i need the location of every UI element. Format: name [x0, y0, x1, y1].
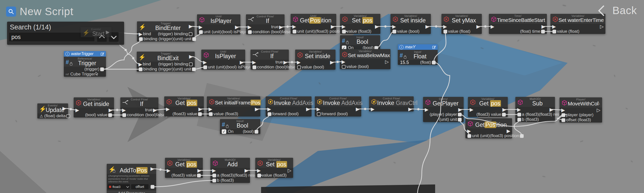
- node-header[interactable]: Variables/Set inside: [390, 14, 431, 24]
- node-header[interactable]: Variables/Set yMax: [441, 14, 482, 24]
- node-setinside2[interactable]: Variables/Set inside▶▶value (bool): [295, 50, 335, 70]
- node-isplayer2[interactable]: Unit/IsPlayer▶▶unit (unit)(bool) isPlaye…: [201, 50, 245, 70]
- data-in-port[interactable]: [257, 174, 261, 177]
- data-in-port[interactable]: [199, 30, 203, 34]
- add-parameter-button[interactable]: Add Parameter: [107, 190, 156, 193]
- node-floatmaxy[interactable]: imaxY#Input/Float15.5(float): [398, 44, 438, 65]
- exec-in-port[interactable]: ▶: [467, 129, 471, 133]
- node-setpos1[interactable]: Variables/Set pos▶▶value (float3): [340, 14, 380, 34]
- data-in-port[interactable]: [393, 30, 396, 33]
- bool-checkbox[interactable]: ✓: [222, 129, 226, 134]
- data-out-port[interactable]: [151, 185, 154, 189]
- node-invgc[interactable]: ⚡Control Flow/Invoke GravCtrl▶▶: [369, 96, 414, 111]
- exec-out-port[interactable]: ▷: [288, 168, 291, 173]
- node-if2[interactable]: Control Flow/If▶true▶condition (bool)fal…: [250, 50, 289, 70]
- node-bool1[interactable]: #Input/Bool✓On(bool): [340, 35, 380, 50]
- data-in-port[interactable]: [248, 30, 252, 34]
- exec-out-port[interactable]: ▶: [279, 25, 283, 29]
- node-header[interactable]: Unit/IsPlayer: [197, 14, 240, 24]
- data-in-port[interactable]: [297, 65, 301, 69]
- exec-out-port[interactable]: ▶: [458, 107, 462, 112]
- exec-out-port[interactable]: ▶: [189, 24, 192, 29]
- node-header[interactable]: Variables/Get pos: [164, 96, 204, 106]
- node-header[interactable]: ⚡Trigger/BindExit▶: [137, 52, 195, 62]
- data-in-port[interactable]: [203, 65, 207, 69]
- node-tsbs[interactable]: Time/TimeSinceBattleStart▶▶(float) time: [489, 14, 547, 34]
- node-setifp[interactable]: Variables/Set initialFramePos▶▶value (fl…: [207, 96, 260, 117]
- node-invaa1[interactable]: ⚡Control Flow/Invoke AddAxis▶▶forward (b…: [266, 96, 312, 117]
- node-trigger[interactable]: iwaterTrigger#Reference/Trigger(trigger)…: [64, 51, 106, 77]
- data-in-port[interactable]: [517, 118, 521, 122]
- value-field[interactable]: 15.5: [400, 60, 409, 65]
- node-header[interactable]: #Input/Float: [398, 50, 438, 60]
- data-in-port[interactable]: [139, 37, 143, 41]
- node-note-header[interactable]: imaxY: [398, 44, 438, 50]
- exec-out-port[interactable]: ▶: [408, 107, 412, 111]
- node-sub[interactable]: Math3D/Sub▶▶a (float3)(float3) resultb (…: [515, 97, 555, 122]
- exec-in-port[interactable]: ▶: [470, 107, 473, 112]
- exec-in-port[interactable]: ▶: [167, 168, 171, 173]
- exec-in-port[interactable]: ▶: [248, 25, 251, 29]
- node-add[interactable]: Math3D/Add▶▶a (float3)(float3) resultb (…: [210, 158, 250, 183]
- exec-out-port[interactable]: ▶: [330, 60, 334, 65]
- exec-in-port[interactable]: ▶: [166, 107, 170, 111]
- node-header[interactable]: Unit/IsPlayer: [201, 50, 245, 60]
- exec-in-port[interactable]: ▶: [392, 24, 396, 29]
- parameter-name-field[interactable]: offset: [131, 184, 149, 189]
- node-getpos4[interactable]: Variables/Get pos▶▶(float3) value: [165, 158, 203, 178]
- exec-in-port[interactable]: ▶: [297, 60, 301, 65]
- data-in-port[interactable]: [293, 30, 296, 33]
- data-in-port[interactable]: [317, 112, 321, 116]
- exec-out-port[interactable]: ▶: [476, 24, 480, 29]
- exec-out-port[interactable]: ▷: [597, 108, 600, 112]
- exec-out-port[interactable]: ▶: [240, 60, 243, 65]
- exec-in-port[interactable]: ▶: [138, 62, 142, 67]
- node-header[interactable]: ⚡Control Flow/Invoke GravCtrl: [369, 96, 414, 106]
- node-getpos3[interactable]: Variables/Get pos▶▶(float3) value: [164, 96, 204, 117]
- exec-out-port[interactable]: ▶: [62, 106, 66, 111]
- exec-in-port[interactable]: ▶: [317, 107, 320, 111]
- node-setwbm[interactable]: Variables/Set wasBelowMax▶▷value (bool): [340, 49, 390, 69]
- exec-out-port[interactable]: ▶: [331, 24, 334, 29]
- data-out-port[interactable]: [432, 61, 436, 64]
- node-getplayer[interactable]: Query/GetPlayer▶▶(player) player(unit) u…: [423, 97, 464, 122]
- data-out-port[interactable]: [66, 114, 70, 118]
- node-bool3[interactable]: #Input/Bool✓On(bool): [220, 119, 260, 134]
- data-out-port[interactable]: [189, 32, 192, 36]
- node-start[interactable]: ⚡Events/Start▶: [81, 27, 111, 37]
- script-canvas[interactable]: ⚡Events/Start▶iwaterTrigger#Reference/Tr…: [0, 0, 644, 193]
- node-update[interactable]: ⚡Events/Update▶⚠(float) delta: [37, 103, 68, 119]
- exec-out-port[interactable]: ▶: [106, 30, 109, 34]
- node-header[interactable]: Variables/Get pos: [468, 97, 508, 107]
- data-in-port[interactable]: [139, 67, 143, 71]
- node-header[interactable]: ⚡Events/Update▶: [37, 103, 68, 113]
- rename-icon[interactable]: [101, 52, 104, 56]
- data-out-port[interactable]: [458, 118, 462, 122]
- node-header[interactable]: Variables/Get pos: [165, 158, 203, 168]
- back-button[interactable]: Back: [600, 5, 637, 17]
- exec-in-port[interactable]: ▶: [517, 107, 521, 112]
- node-bindenter[interactable]: ⚡Trigger/BindEnter▶▶bind(trigger) bindin…: [137, 21, 194, 42]
- data-in-port[interactable]: [562, 118, 565, 122]
- node-invaa2[interactable]: ⚡Control Flow/Invoke AddAxis▶▶forward (b…: [315, 96, 361, 117]
- node-header[interactable]: #Reference/Trigger: [64, 57, 106, 67]
- node-header[interactable]: Control Flow/If: [246, 14, 285, 24]
- node-header[interactable]: Variables/Get inside: [74, 97, 114, 107]
- exec-out-port[interactable]: ▶: [541, 24, 545, 29]
- data-out-port[interactable]: [197, 174, 201, 177]
- exec-in-port[interactable]: ▶: [209, 107, 212, 111]
- exec-out-port[interactable]: ▶: [108, 108, 112, 112]
- exec-out-port[interactable]: ▷: [600, 24, 604, 29]
- exec-in-port[interactable]: ▶: [199, 25, 203, 29]
- node-header[interactable]: #Input/Bool: [220, 119, 260, 129]
- ref-target-label[interactable]: Cube Trigger: [70, 72, 95, 77]
- node-if1[interactable]: Control Flow/If▶true▶condition (bool)fal…: [246, 14, 285, 34]
- node-header[interactable]: ⚡Trigger/BindEnter▶: [137, 21, 194, 31]
- node-header[interactable]: Variables/Set pos: [255, 158, 293, 168]
- exec-in-port[interactable]: ▶: [561, 108, 565, 112]
- node-setymax[interactable]: Variables/Set yMax▶▶value (float): [441, 14, 482, 34]
- data-out-port[interactable]: [192, 67, 196, 71]
- data-out-port[interactable]: [108, 113, 112, 117]
- data-out-port[interactable]: [502, 113, 506, 117]
- exec-in-port[interactable]: ▶: [292, 24, 296, 29]
